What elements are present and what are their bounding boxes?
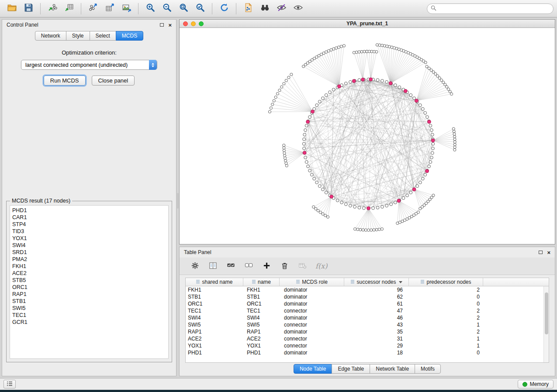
result-node-item[interactable]: GCR1 <box>12 319 166 326</box>
clone-network-button[interactable] <box>240 2 256 15</box>
tab-network[interactable]: Network <box>35 31 66 41</box>
table-row[interactable]: ACE2ACE2connector311 <box>186 335 549 342</box>
close-panel-icon[interactable]: × <box>547 250 550 255</box>
status-menu-button[interactable] <box>3 380 16 389</box>
table-panel-title: Table Panel <box>184 249 211 255</box>
delete-column-button[interactable] <box>280 261 289 271</box>
column-header-shared-name[interactable]: shared name <box>186 278 243 286</box>
table-row[interactable]: RAP1RAP1dominator352 <box>186 328 549 335</box>
select-all-button[interactable] <box>226 261 235 271</box>
result-node-item[interactable]: PHD1 <box>12 207 166 214</box>
open-folder-button[interactable] <box>3 2 20 15</box>
column-header-name[interactable]: name <box>243 278 280 286</box>
table-row[interactable]: ORC1ORC1dominator610 <box>186 300 549 307</box>
window-close-icon[interactable] <box>183 21 188 26</box>
close-panel-icon[interactable]: × <box>168 22 172 28</box>
run-mcds-button[interactable]: Run MCDS <box>44 76 86 86</box>
network-title: YPA_prune.txt_1 <box>180 21 555 27</box>
column-header-predecessor-nodes[interactable]: predecessor nodes <box>409 278 483 286</box>
table-row[interactable]: PHD1PHD1dominator180 <box>186 349 549 356</box>
result-node-item[interactable]: STB1 <box>12 298 166 305</box>
global-search[interactable] <box>427 3 554 14</box>
zoom-in-button[interactable] <box>142 2 159 15</box>
result-node-item[interactable]: FKH1 <box>12 263 166 270</box>
table-settings-button[interactable] <box>190 261 200 271</box>
network-graph[interactable] <box>180 28 555 244</box>
tab-node-table[interactable]: Node Table <box>294 364 332 374</box>
table-cell: dominator <box>280 315 344 321</box>
show-hide-button[interactable] <box>290 2 306 15</box>
table-cell: 29 <box>344 343 409 349</box>
result-node-item[interactable]: SWI4 <box>12 242 166 249</box>
result-node-item[interactable]: ACE2 <box>12 270 166 277</box>
window-minimize-icon[interactable] <box>191 21 196 26</box>
table-row[interactable]: YOX1YOX1connector291 <box>186 342 549 349</box>
save-icon <box>24 3 34 14</box>
apply-layout-button[interactable] <box>216 2 232 15</box>
plus-icon <box>263 261 271 272</box>
export-network-icon <box>88 3 98 14</box>
column-header-successor-nodes[interactable]: successor nodes <box>344 278 409 286</box>
deselect-all-button[interactable] <box>244 261 253 271</box>
import-network-button[interactable] <box>44 2 61 15</box>
find-button[interactable] <box>256 2 273 15</box>
close-panel-button[interactable]: Close panel <box>92 76 135 86</box>
result-node-item[interactable]: TEC1 <box>12 312 166 319</box>
hide-graphics-details-button[interactable] <box>273 2 290 15</box>
tab-motifs[interactable]: Motifs <box>415 364 441 374</box>
table-cell: 43 <box>344 322 409 328</box>
table-cell: connector <box>280 336 344 342</box>
result-node-item[interactable]: CAR1 <box>12 214 166 221</box>
result-node-item[interactable]: SWI5 <box>12 305 166 312</box>
result-node-item[interactable]: ORC1 <box>12 284 166 291</box>
result-node-item[interactable]: TID3 <box>12 228 166 235</box>
scrollbar-thumb[interactable] <box>545 292 548 334</box>
result-node-item[interactable]: STB5 <box>12 277 166 284</box>
float-panel-icon[interactable] <box>539 251 543 254</box>
network-canvas[interactable] <box>180 28 555 244</box>
criterion-dropdown[interactable]: largest connected component (undirected) <box>21 60 157 70</box>
table-row[interactable]: FKH1FKH1dominator962 <box>186 286 549 293</box>
table-row[interactable]: TEC1TEC1connector472 <box>186 307 549 314</box>
export-image-button[interactable] <box>118 2 135 15</box>
tab-style[interactable]: Style <box>66 31 90 41</box>
table-row[interactable]: SWI4SWI4dominator462 <box>186 314 549 321</box>
search-input[interactable] <box>439 6 550 12</box>
function-builder-button[interactable]: f(x) <box>315 262 327 270</box>
tab-edge-table[interactable]: Edge Table <box>332 364 370 374</box>
float-panel-icon[interactable] <box>160 23 164 27</box>
result-node-item[interactable]: YOX1 <box>12 235 166 242</box>
table-cell: 0 <box>409 301 483 307</box>
show-columns-button[interactable] <box>208 261 218 271</box>
window-zoom-icon[interactable] <box>199 21 204 26</box>
network-window-titlebar: YPA_prune.txt_1 <box>180 20 555 28</box>
result-node-item[interactable]: PMA2 <box>12 256 166 263</box>
import-table-button[interactable] <box>61 2 77 15</box>
mcds-tab-content: Optimization criterion: largest connecte… <box>6 43 172 374</box>
tab-network-table[interactable]: Network Table <box>370 364 415 374</box>
memory-button[interactable]: Memory <box>518 380 554 389</box>
zoom-out-button[interactable] <box>159 2 175 15</box>
table-row[interactable]: SWI5SWI5connector431 <box>186 321 549 328</box>
table-scrollbar[interactable] <box>543 286 549 362</box>
table-row[interactable]: STB1STB1dominator620 <box>186 293 549 300</box>
add-column-button[interactable] <box>262 261 271 271</box>
mcds-result-list[interactable]: PHD1CAR1STP4TID3YOX1SWI4SRD1PMA2FKH1ACE2… <box>10 205 169 359</box>
export-table-button[interactable] <box>101 2 118 15</box>
column-header-MCDS-role[interactable]: MCDS role <box>280 278 344 286</box>
delete-table-button[interactable] <box>298 261 307 271</box>
table-cell: dominator <box>280 294 344 300</box>
result-node-item[interactable]: SRD1 <box>12 249 166 256</box>
tab-mcds[interactable]: MCDS <box>116 31 143 41</box>
tab-select[interactable]: Select <box>90 31 116 41</box>
export-network-button[interactable] <box>85 2 101 15</box>
zoom-fit-button[interactable] <box>175 2 192 15</box>
result-node-item[interactable]: STP4 <box>12 221 166 228</box>
result-node-item[interactable]: RAP1 <box>12 291 166 298</box>
save-session-button[interactable] <box>20 2 37 15</box>
graph-leaf-nodes[interactable] <box>268 44 456 231</box>
node-table: shared namenameMCDS rolesuccessor nodesp… <box>185 278 549 363</box>
table-cell: 47 <box>344 308 409 314</box>
zoom-selected-button[interactable] <box>192 2 208 15</box>
mcds-result-group: MCDS result (17 nodes) PHD1CAR1STP4TID3Y… <box>6 201 172 362</box>
